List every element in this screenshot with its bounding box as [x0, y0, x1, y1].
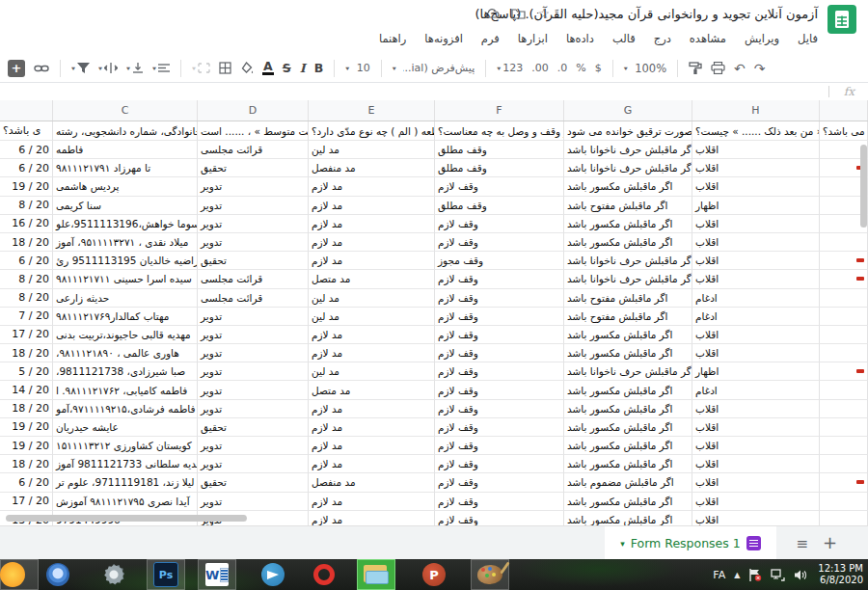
cell[interactable]: موز وقف و وصل به چه معناست؟ [435, 121, 564, 141]
menu-قالب[interactable]: قالب [612, 32, 636, 45]
cell[interactable] [820, 473, 868, 492]
cell[interactable]: 5 / 20 [0, 362, 53, 381]
cell[interactable]: صبا شیرزادی، 9811121738، [53, 362, 198, 381]
cell[interactable]: 7 / 20 [0, 308, 53, 326]
currency-format-button[interactable]: $ [595, 62, 602, 74]
cell[interactable]: سوما خواهش،9511113196،علو [53, 215, 198, 233]
cell[interactable]: مد لازم [309, 344, 435, 362]
text-rotation-dropdown[interactable]: ▾ [98, 63, 118, 73]
filter-dropdown[interactable]: ▾ [71, 63, 90, 73]
cell[interactable]: اقلاب [692, 493, 820, 511]
cell[interactable]: مد لازم [309, 233, 435, 252]
cell[interactable]: 18 / 20 [0, 400, 53, 418]
cell[interactable]: تدویر [198, 362, 309, 381]
cell[interactable]: مد لازم [309, 455, 435, 473]
language-indicator[interactable]: FA [713, 569, 725, 581]
cell[interactable]: عایشه حیدریان [53, 418, 198, 437]
font-family-select[interactable]: ▾ پیش‌فرض (ial... [393, 62, 475, 74]
cell[interactable]: وقف لازم [435, 270, 564, 288]
increase-decimals-button[interactable]: .00 [531, 62, 549, 74]
cell[interactable]: اقلاب [692, 455, 820, 473]
cell[interactable]: تحقیق [198, 159, 309, 177]
menu-فایل[interactable]: فایل [798, 32, 818, 45]
cell[interactable]: 18 / 20 [0, 344, 53, 362]
cell[interactable]: اگر ماقبلش حرف ناخوانا باشد [564, 252, 692, 270]
cell[interactable]: تدویر [198, 215, 309, 233]
cell[interactable]: اقلاب [692, 141, 820, 159]
cell[interactable]: کویستان کشاورزی ۱۵۱۱۱۱۳۲۱۲ [53, 437, 198, 455]
cell[interactable]: لیلا زند، 9711119181، علوم تر [53, 473, 198, 492]
cell[interactable]: وقف لازم [435, 215, 564, 233]
cell[interactable] [820, 511, 868, 525]
cell[interactable]: ادغام [692, 308, 820, 326]
cell[interactable]: اظهار [692, 362, 820, 381]
cell[interactable]: اقلاب [692, 177, 820, 196]
cell[interactable]: اگر ماقبلش حرف ناخوانا باشد [564, 362, 692, 381]
cell[interactable]: م به صورت ترقیق خوانده می شود [564, 121, 692, 141]
cell[interactable]: اقلاب [692, 437, 820, 455]
cell[interactable]: تدویر [198, 308, 309, 326]
all-sheets-menu-icon[interactable]: ≡ [796, 535, 808, 552]
cell[interactable]: اگر ماقبلش مکسور باشد [564, 344, 692, 362]
cell[interactable]: مد منفصل [309, 159, 435, 177]
cell[interactable]: مد لازم [309, 493, 435, 511]
cell[interactable]: وقف مطلق [435, 141, 564, 159]
cell[interactable]: تدویر [198, 493, 309, 511]
paint-format-icon[interactable] [689, 62, 702, 74]
print-icon[interactable] [711, 62, 725, 74]
column-header-G[interactable]: G [564, 100, 692, 121]
zoom-select[interactable]: ▾ 100% [624, 62, 666, 75]
menu-ابزارها[interactable]: ابزارها [518, 32, 548, 45]
cell[interactable]: مد لین [309, 289, 435, 308]
cell[interactable] [820, 289, 868, 308]
cell[interactable]: اقلاب [692, 326, 820, 344]
cell[interactable]: 6 / 20 [0, 252, 53, 270]
cell[interactable]: اقلاب [692, 418, 820, 437]
cell[interactable]: مد منفصل [309, 473, 435, 492]
insert-link-icon[interactable] [34, 64, 49, 73]
cell[interactable]: اگر ماقبلش مکسور باشد [564, 418, 692, 437]
cell[interactable]: مد لازم [309, 511, 435, 525]
cell[interactable]: وقف لازم [435, 381, 564, 399]
cell[interactable]: اگر ماقبلش مکسور باشد [564, 326, 692, 344]
cell[interactable]: تحقیق [198, 252, 309, 270]
cell[interactable]: ـ مقطعه ( الم ) چه نوع مدّی دارد؟ [309, 121, 435, 141]
cell[interactable]: اگر ماقبلش مکسور باشد [564, 400, 692, 418]
cell[interactable]: مهدیه قالبی حاجیوند،تربیت بدنی [53, 326, 198, 344]
cell[interactable]: 18 / 20 [0, 233, 53, 252]
cell[interactable] [820, 308, 868, 326]
cell[interactable]: باسرعت متوسط » ، ...... است [198, 121, 309, 141]
cell[interactable]: اقلاب [692, 270, 820, 288]
cell[interactable]: وقف لازم [435, 233, 564, 252]
cell[interactable]: آیدا نصری ۹۸۱۱۱۲۱۷۹۵ آموزش [53, 493, 198, 511]
cell[interactable]: تحقیق [198, 473, 309, 492]
star-icon[interactable]: ☆ [537, 6, 550, 21]
cell[interactable]: سیده اسرا حسینی ۹۸۱۱۱۲۱۷۱۱ [53, 270, 198, 288]
fill-color-icon[interactable] [240, 62, 254, 74]
cell[interactable] [820, 362, 868, 381]
menu-راهنما[interactable]: راهنما [379, 32, 406, 45]
cell[interactable]: تدویر [198, 177, 309, 196]
cell[interactable]: وقف لازم [435, 362, 564, 381]
add-sheet-icon[interactable]: + [823, 532, 837, 552]
cell[interactable]: مد لین [309, 308, 435, 326]
taskbar-app-telegram[interactable] [254, 559, 292, 590]
cell[interactable]: « من بعد ذلک ...... » چیست؟ [692, 121, 820, 141]
cell[interactable]: ی باشد؟ [0, 121, 53, 141]
cell[interactable]: مد لازم [309, 252, 435, 270]
column-header[interactable] [0, 100, 53, 121]
cell[interactable]: فاطمه [53, 141, 198, 159]
cell[interactable]: وقف مطلق [435, 159, 564, 177]
network-icon[interactable] [771, 569, 785, 581]
decrease-decimals-button[interactable]: .0 [557, 62, 568, 74]
taskbar-app-psiphon[interactable]: P [415, 559, 453, 590]
cell[interactable]: 19 / 20 [0, 418, 53, 437]
cell[interactable] [820, 455, 868, 473]
column-header[interactable] [820, 100, 868, 121]
cell[interactable]: اگر ماقبلش مکسور باشد [564, 437, 692, 455]
cell[interactable]: 8 / 20 [0, 270, 53, 288]
cell[interactable]: وقف لازم [435, 308, 564, 326]
cell[interactable]: وقف لازم [435, 455, 564, 473]
cell[interactable]: می باشد؟ [820, 121, 868, 141]
cell[interactable]: قرائت مجلسی [198, 270, 309, 288]
